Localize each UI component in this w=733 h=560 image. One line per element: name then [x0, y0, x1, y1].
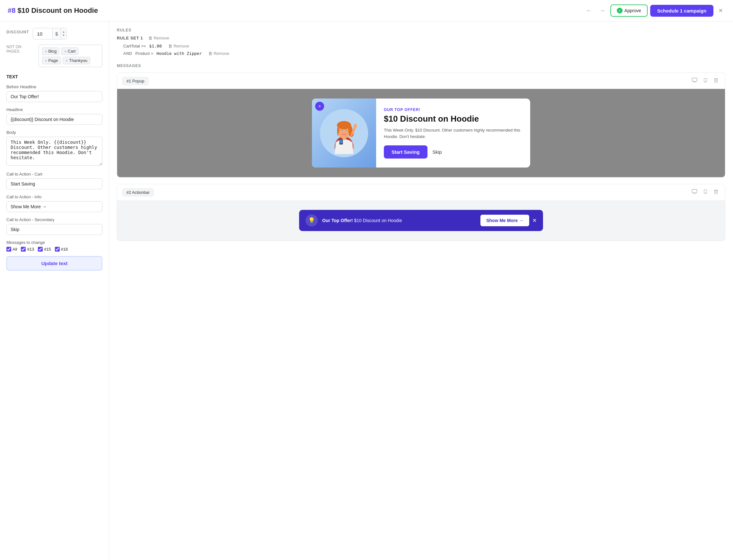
campaign-number: #8 — [8, 6, 15, 14]
popup-desktop-icon[interactable] — [690, 77, 699, 85]
checkbox-13-label: #13 — [27, 247, 34, 252]
tag-page-label: Page — [48, 58, 58, 63]
actionbar-close-button[interactable]: × — [532, 216, 537, 225]
popup-avatar-circle — [320, 109, 368, 157]
rule-set-header: RULE SET 1 🗑 Remove — [117, 36, 725, 40]
svg-rect-17 — [692, 189, 697, 193]
actionbar-delete-icon[interactable] — [712, 188, 720, 196]
headline-group: Headline — [6, 107, 102, 125]
popup-message-card: #1 Popup — [117, 73, 725, 177]
rule-set-remove-button[interactable]: 🗑 Remove — [148, 36, 169, 40]
messages-to-change-section: Messages to change All #13 #15 #16 — [6, 240, 102, 252]
header-nav: ← → ✓ Approve Schedule 1 campaign × — [583, 4, 725, 17]
currency-symbol: $ — [52, 28, 60, 39]
rule-2-condition: Product = — [135, 51, 153, 56]
discount-label: DISCOUNT — [6, 30, 29, 34]
rule-2-remove-button[interactable]: 🗑 Remove — [208, 51, 229, 56]
header: #8 $10 Discount on Hoodie ← → ✓ Approve … — [0, 0, 733, 22]
actionbar-text: Our Top Offer! $10 Discount on Hoodie — [322, 218, 402, 223]
cta-info-input[interactable] — [6, 201, 102, 212]
tag-blog-remove[interactable]: × — [45, 49, 47, 53]
approve-button[interactable]: ✓ Approve — [610, 4, 648, 17]
next-button[interactable]: → — [597, 6, 608, 15]
actionbar-cta-button[interactable]: Show Me More → — [480, 215, 529, 226]
checkbox-15[interactable]: #15 — [38, 247, 51, 252]
checkbox-all-input[interactable] — [6, 247, 11, 252]
rule-1-remove-label: Remove — [174, 44, 189, 48]
rule-and-label: AND — [123, 51, 132, 56]
checkboxes-row: All #13 #15 #16 — [6, 247, 102, 252]
rule-1-condition: CartTotal >= — [123, 44, 146, 48]
cta-cart-input[interactable] — [6, 178, 102, 189]
checkbox-16[interactable]: #16 — [55, 247, 68, 252]
actionbar-card-header: #2 Actionbar — [117, 184, 725, 200]
cta-info-label: Call to Action - Info — [6, 194, 102, 199]
not-on-pages-label: NOT ONPAGES — [6, 45, 32, 54]
svg-point-13 — [346, 130, 347, 131]
popup-close-x[interactable]: × — [315, 102, 324, 111]
popup-skip-button[interactable]: Skip — [433, 149, 442, 155]
popup-title: $10 Discount on Hoodie — [384, 114, 522, 124]
checkbox-all[interactable]: All — [6, 247, 17, 252]
rule-row-2: AND Product = Hoodie with Zipper 🗑 Remov… — [117, 51, 725, 56]
arrow-up-icon[interactable]: ▲ — [62, 30, 65, 34]
popup-cta-button[interactable]: Start Saving — [384, 145, 427, 159]
actionbar-right: Show Me More → × — [480, 215, 537, 226]
main-content: DISCOUNT $ ▲ ▼ NOT ONPAGES × Blog — [0, 22, 733, 560]
check-icon: ✓ — [617, 8, 623, 13]
left-panel: DISCOUNT $ ▲ ▼ NOT ONPAGES × Blog — [0, 22, 109, 560]
arrow-down-icon[interactable]: ▼ — [62, 34, 65, 37]
text-section-title: TEXT — [6, 74, 102, 79]
close-button[interactable]: × — [716, 5, 725, 16]
schedule-button[interactable]: Schedule 1 campaign — [650, 5, 713, 17]
rule-set-title: RULE SET 1 — [117, 36, 143, 40]
actionbar-desktop-icon[interactable] — [690, 188, 699, 196]
checkbox-15-input[interactable] — [38, 247, 43, 252]
actionbar-preview: 💡 Our Top Offer! $10 Discount on Hoodie … — [117, 200, 725, 241]
actionbar-mobile-icon[interactable] — [702, 188, 709, 196]
trash-icon: 🗑 — [148, 36, 152, 40]
cta-secondary-input[interactable] — [6, 224, 102, 235]
messages-section: MESSAGES #1 Popup — [117, 64, 725, 241]
tag-page: × Page — [42, 57, 61, 64]
tag-cart: × Cart — [61, 47, 78, 55]
rule-2-remove-label: Remove — [214, 51, 229, 56]
svg-point-2 — [705, 81, 705, 82]
update-text-button[interactable]: Update text — [6, 256, 102, 271]
body-textarea[interactable]: This Week Only. {{discount}} Discount. O… — [6, 137, 102, 166]
discount-arrows: ▲ ▼ — [61, 28, 66, 39]
tag-thankyou: × Thankyou — [63, 57, 91, 64]
campaign-title: $10 Discount on Hoodie — [18, 6, 98, 14]
rule-1-remove-button[interactable]: 🗑 Remove — [168, 44, 189, 48]
tag-thankyou-remove[interactable]: × — [66, 59, 68, 63]
popup-body: This Week Only. $10 Discount. Other cust… — [384, 127, 522, 140]
prev-button[interactable]: ← — [583, 6, 594, 15]
headline-input[interactable] — [6, 114, 102, 125]
actionbar-message-card: #2 Actionbar — [117, 184, 725, 241]
svg-rect-0 — [692, 78, 697, 82]
approve-label: Approve — [625, 8, 641, 13]
tag-page-remove[interactable]: × — [45, 59, 47, 63]
popup-actions: Start Saving Skip — [384, 145, 522, 159]
svg-point-19 — [705, 193, 705, 193]
popup-pretitle: OUR TOP OFFER! — [384, 108, 522, 112]
tag-cart-remove[interactable]: × — [64, 49, 66, 53]
actionbar-card-actions — [690, 188, 720, 196]
svg-rect-15 — [340, 139, 342, 143]
popup-mobile-icon[interactable] — [702, 77, 709, 85]
popup-content-side: OUR TOP OFFER! $10 Discount on Hoodie Th… — [376, 99, 530, 168]
checkbox-13-input[interactable] — [21, 247, 26, 252]
discount-input[interactable] — [33, 29, 52, 39]
cta-info-group: Call to Action - Info — [6, 194, 102, 212]
checkbox-13[interactable]: #13 — [21, 247, 34, 252]
before-headline-input[interactable] — [6, 91, 102, 102]
checkbox-16-input[interactable] — [55, 247, 60, 252]
body-label: Body — [6, 130, 102, 135]
checkbox-16-label: #16 — [61, 247, 68, 252]
popup-delete-icon[interactable] — [712, 77, 720, 85]
tag-thankyou-label: Thankyou — [69, 58, 87, 63]
actionbar-tag: #2 Actionbar — [122, 188, 154, 196]
actionbar-bar: 💡 Our Top Offer! $10 Discount on Hoodie … — [299, 210, 543, 231]
popup-tag: #1 Popup — [122, 77, 149, 85]
cta-secondary-label: Call to Action - Secondary — [6, 217, 102, 222]
